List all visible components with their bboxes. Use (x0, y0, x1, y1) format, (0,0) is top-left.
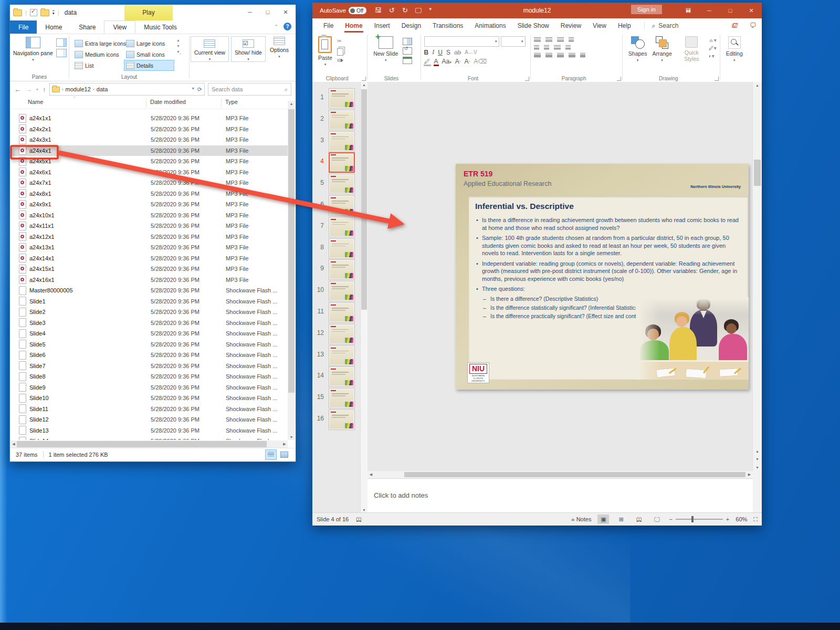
italic-button[interactable]: I (432, 48, 434, 56)
scroll-up-icon[interactable]: ▲ (288, 102, 295, 106)
details-pane-icon[interactable] (56, 49, 67, 57)
align-text-button[interactable] (565, 45, 571, 50)
minimize-button[interactable]: ─ (241, 5, 259, 19)
file-row[interactable]: Slide55/28/2020 9:36 PMShockwave Flash .… (10, 339, 288, 350)
slide-thumbnail-5[interactable] (329, 174, 355, 194)
back-button[interactable]: ← (14, 86, 21, 93)
scroll-left-icon[interactable]: ◀ (10, 442, 17, 446)
increase-font-button[interactable]: Aˆ (455, 58, 461, 65)
menu-tab-help[interactable]: Help (612, 18, 637, 33)
decrease-font-button[interactable]: Aˇ (464, 58, 470, 65)
close-button[interactable]: ✕ (741, 7, 762, 14)
file-row[interactable]: a24x5x15/28/2020 9:36 PMMP3 File (10, 156, 288, 167)
layout-option-large-icons[interactable]: Large icons (124, 38, 174, 49)
forward-button[interactable]: → (25, 86, 32, 93)
slide-thumbnail-8[interactable] (329, 238, 355, 259)
slide-thumbnail-14[interactable] (329, 366, 355, 387)
search-input[interactable]: Search data ⌕ (208, 83, 291, 96)
file-row[interactable]: Slide105/28/2020 9:36 PMShockwave Flash … (10, 393, 288, 404)
clear-formatting-button[interactable]: A⌫ (474, 58, 487, 65)
details-view-toggle[interactable] (265, 449, 277, 460)
scroll-right-icon[interactable]: ▶ (746, 472, 753, 477)
customize-quick-access-caret-icon[interactable]: ▾ (52, 10, 55, 15)
shape-effects-icon[interactable]: ◐▾ (709, 53, 717, 59)
align-center-button[interactable] (545, 53, 552, 58)
file-row[interactable]: Slide125/28/2020 9:36 PMShockwave Flash … (10, 414, 288, 425)
line-spacing-button[interactable] (557, 37, 564, 43)
highlight-color-button[interactable]: 🖉 (424, 58, 430, 65)
scroll-up-icon[interactable]: ▲ (753, 83, 762, 87)
file-row[interactable]: Slide45/28/2020 9:36 PMShockwave Flash .… (10, 328, 288, 339)
editing-button[interactable]: Editing ▾ (723, 35, 746, 75)
layout-scroll-arrows[interactable]: ▲ ▼ ▼̲ (175, 34, 182, 71)
slide-4[interactable]: ETR 519 Applied Educational Research Nor… (456, 164, 749, 390)
options-button[interactable]: Options ▾ (267, 34, 292, 59)
comments-icon[interactable]: 🗩 (750, 22, 757, 29)
layout-option-small-icons[interactable]: Small icons (124, 49, 174, 60)
slide-thumbnail-11[interactable] (329, 302, 355, 323)
address-dropdown-icon[interactable]: ▾ (192, 86, 194, 93)
strikethrough-button[interactable]: ab (454, 49, 461, 56)
autosave-toggle[interactable]: AutoSave Off (312, 7, 366, 14)
slide-thumbnail-13[interactable] (329, 345, 355, 366)
customize-toolbar-caret-icon[interactable]: ▾ (429, 6, 432, 15)
file-row[interactable]: a24x11x15/28/2020 9:36 PMMP3 File (10, 220, 288, 232)
breadcrumb[interactable]: › module12 › data ▾ ⟳ (49, 83, 205, 96)
explorer-tab-music-tools[interactable]: Music Tools (135, 20, 185, 34)
column-header-date-modified[interactable]: Date modified (150, 99, 186, 105)
taskbar[interactable] (0, 623, 840, 630)
drawing-dialog-launcher[interactable] (715, 77, 719, 81)
text-shadow-button[interactable]: S (446, 49, 450, 56)
menu-tab-home[interactable]: Home (339, 18, 368, 33)
up-button[interactable]: ↑ (43, 86, 46, 93)
shape-fill-icon[interactable]: 🜁▾ (709, 37, 717, 43)
file-row[interactable]: Slide115/28/2020 9:36 PMShockwave Flash … (10, 404, 288, 415)
share-icon[interactable]: 🖅 (731, 22, 738, 29)
normal-view-button[interactable]: ▣ (597, 514, 609, 524)
zoom-out-icon[interactable]: − (669, 516, 672, 522)
scroll-right-icon[interactable]: ▶ (281, 442, 288, 446)
collapse-ribbon-icon[interactable]: ⌃ (274, 24, 278, 29)
menu-tab-design[interactable]: Design (396, 18, 427, 33)
file-row[interactable]: a24x13x15/28/2020 9:36 PMMP3 File (10, 242, 288, 253)
save-icon[interactable]: 🖫 (375, 6, 382, 15)
menu-tab-transitions[interactable]: Transitions (427, 18, 469, 33)
preview-pane-icon[interactable] (56, 38, 67, 47)
accessibility-checker-icon[interactable]: 🕮 (356, 516, 362, 522)
more-icon[interactable]: ▼̲ (176, 50, 180, 54)
scrollbar-thumb[interactable] (404, 472, 746, 477)
font-size-select[interactable]: ▾ (501, 36, 526, 47)
redo-icon[interactable]: ↻ (402, 6, 408, 15)
shapes-button[interactable]: Shapes ▾ (626, 35, 650, 75)
navigation-pane-button[interactable]: Navigation pane ▾ (10, 34, 56, 62)
slide-thumbnail-10[interactable] (329, 281, 355, 301)
scrollbar-thumb[interactable] (17, 441, 267, 447)
decrease-indent-button[interactable] (534, 45, 539, 50)
quick-styles-button[interactable]: Quick Styles (675, 35, 709, 75)
fit-slide-to-window-icon[interactable]: ⛶ (753, 516, 758, 523)
slide-thumbnail-6[interactable] (329, 195, 355, 216)
file-row[interactable]: a24x10x15/28/2020 9:36 PMMP3 File (10, 210, 288, 221)
recent-locations-icon[interactable]: ▾ (36, 87, 38, 92)
menu-tab-slide-show[interactable]: Slide Show (512, 18, 555, 33)
slide-layout-icon[interactable] (403, 38, 412, 45)
explorer-tab-view[interactable]: View (104, 20, 135, 34)
slide-sorter-view-button[interactable]: ⊞ (615, 514, 627, 524)
shape-outline-icon[interactable]: 🖉▾ (709, 45, 717, 51)
file-row[interactable]: Slide135/28/2020 9:36 PMShockwave Flash … (10, 425, 288, 436)
file-row[interactable]: Master800000055/28/2020 9:36 PMShockwave… (10, 285, 288, 296)
file-row[interactable]: Slide15/28/2020 9:36 PMShockwave Flash .… (10, 296, 288, 307)
zoom-percentage[interactable]: 60% (736, 516, 747, 522)
file-row[interactable]: a24x2x15/28/2020 9:36 PMMP3 File (10, 124, 288, 135)
current-view-button[interactable]: Current view ▾ (191, 36, 229, 62)
canvas-vertical-scrollbar[interactable]: ▲ ▲ ▼ ▼ (752, 82, 762, 471)
character-spacing-button[interactable]: A↔V (465, 49, 477, 55)
undo-icon[interactable]: ↺ (389, 6, 395, 15)
justify-button[interactable] (569, 53, 575, 58)
folder-icon[interactable] (40, 9, 49, 16)
file-row[interactable]: a24x7x15/28/2020 9:36 PMMP3 File (10, 177, 288, 188)
arrange-button[interactable]: Arrange ▾ (649, 35, 674, 75)
file-row[interactable]: a24x8x15/28/2020 9:36 PMMP3 File (10, 188, 288, 200)
clipboard-dialog-launcher[interactable] (362, 77, 366, 81)
file-row[interactable]: a24x1x15/28/2020 9:36 PMMP3 File (10, 113, 288, 124)
